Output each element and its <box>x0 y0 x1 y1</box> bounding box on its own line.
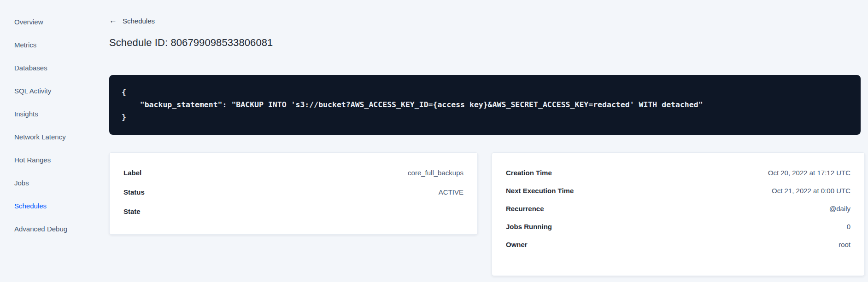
schedule-row-value: Oct 21, 2022 at 0:00 UTC <box>772 187 850 195</box>
schedule-row-label: Recurrence <box>506 205 544 213</box>
detail-row-value: ACTIVE <box>439 188 463 196</box>
main-content: ← Schedules Schedule ID: 806799098533806… <box>109 0 865 276</box>
detail-row-label: State <box>123 207 141 215</box>
sidebar-item-label: Jobs <box>14 179 29 187</box>
sidebar-item-label: Databases <box>14 64 47 72</box>
schedule-timing-card: Creation Time Oct 20, 2022 at 17:12 UTC … <box>492 152 865 276</box>
sidebar-item-label: Network Latency <box>14 133 66 141</box>
sidebar-item-label: SQL Activity <box>14 87 51 95</box>
schedule-row-value: 0 <box>847 223 850 230</box>
sidebar-item-label: Metrics <box>14 41 36 49</box>
schedule-row-label: Jobs Running <box>506 223 552 230</box>
schedule-row-value: @daily <box>829 205 850 213</box>
sidebar-item-label: Insights <box>14 110 38 118</box>
detail-row: Status ACTIVE <box>123 182 463 201</box>
detail-row-value: core_full_backups <box>408 169 463 177</box>
sidebar-item[interactable]: Advanced Debug <box>0 218 95 241</box>
page-title: Schedule ID: 806799098533806081 <box>109 36 865 49</box>
sidebar-item-label: Hot Ranges <box>14 156 51 164</box>
back-link-label: Schedules <box>123 17 155 25</box>
schedule-row: Next Execution Time Oct 21, 2022 at 0:00… <box>506 182 850 200</box>
schedule-details-card: Label core_full_backups Status ACTIVE St… <box>109 152 478 235</box>
sidebar-item-label: Schedules <box>14 202 47 210</box>
sidebar-item[interactable]: Schedules <box>0 195 95 218</box>
sidebar-item[interactable]: Network Latency <box>0 126 95 149</box>
schedule-row-label: Owner <box>506 241 528 248</box>
back-arrow-icon: ← <box>109 16 117 25</box>
schedule-row-label: Next Execution Time <box>506 187 574 195</box>
sidebar-item[interactable]: Jobs <box>0 172 95 195</box>
schedule-details-page: Overview Metrics Databases SQL Activity … <box>0 0 868 282</box>
detail-cards-row: Label core_full_backups Status ACTIVE St… <box>109 152 865 276</box>
backup-statement-code-block: { "backup_statement": "BACKUP INTO 's3:/… <box>109 75 861 135</box>
sidebar-item[interactable]: Hot Ranges <box>0 149 95 172</box>
detail-row: State <box>123 201 463 221</box>
sidebar-item-label: Advanced Debug <box>14 225 67 233</box>
detail-row-label: Label <box>123 169 141 177</box>
schedule-row: Owner root <box>506 236 850 253</box>
sidebar-item[interactable]: Databases <box>0 57 95 80</box>
schedule-row: Recurrence @daily <box>506 200 850 218</box>
schedule-row: Jobs Running 0 <box>506 218 850 236</box>
schedule-row-label: Creation Time <box>506 169 552 177</box>
sidebar-item-label: Overview <box>14 18 43 26</box>
sidebar-item[interactable]: Overview <box>0 11 95 34</box>
schedule-row-value: Oct 20, 2022 at 17:12 UTC <box>768 169 850 177</box>
schedule-row: Creation Time Oct 20, 2022 at 17:12 UTC <box>506 164 850 182</box>
sidebar-nav: Overview Metrics Databases SQL Activity … <box>0 0 95 282</box>
sidebar-item[interactable]: Metrics <box>0 34 95 57</box>
schedule-row-value: root <box>839 241 850 248</box>
detail-row: Label core_full_backups <box>123 163 463 182</box>
sidebar-item[interactable]: SQL Activity <box>0 80 95 103</box>
sidebar-item[interactable]: Insights <box>0 103 95 126</box>
detail-row-label: Status <box>123 188 145 196</box>
back-to-schedules-link[interactable]: ← Schedules <box>109 17 155 24</box>
